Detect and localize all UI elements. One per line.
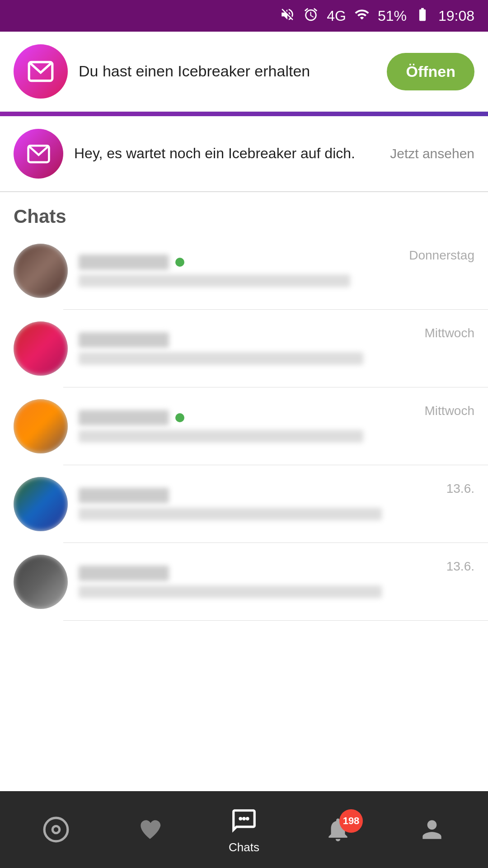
chat-name-row: [79, 255, 398, 270]
notif-icon-envelope-1: [14, 44, 68, 99]
icebreaker-notification-2[interactable]: Hey, es wartet noch ein Icebreaker auf d…: [0, 116, 488, 192]
status-icons: 4G 51% 19:08: [280, 7, 474, 25]
notif-text-1: Du hast einen Icebreaker erhalten: [79, 61, 376, 82]
chat-preview: [79, 430, 363, 443]
chat-list: Donnerstag Mittwoch: [0, 232, 488, 621]
chat-content: [79, 488, 436, 520]
chat-content: [79, 332, 414, 365]
nav-item-discover[interactable]: [40, 814, 72, 845]
avatar: [14, 244, 68, 298]
chat-time: Donnerstag: [409, 244, 474, 263]
mute-icon: [280, 7, 295, 25]
alarm-icon: [303, 7, 319, 25]
chat-time: 13.6.: [446, 477, 474, 496]
chat-username: [79, 488, 169, 503]
profile-icon: [416, 814, 448, 845]
signal-icon: [354, 7, 370, 25]
chat-item[interactable]: 13.6.: [0, 465, 488, 543]
chat-item[interactable]: 13.6.: [0, 543, 488, 621]
notif-icon-envelope-2: [14, 129, 63, 179]
avatar: [14, 399, 68, 453]
svg-point-3: [52, 826, 60, 833]
chat-item[interactable]: Donnerstag: [0, 232, 488, 310]
chats-section: Chats: [0, 192, 488, 227]
chat-preview: [79, 508, 382, 520]
chat-time: 13.6.: [446, 555, 474, 574]
online-indicator: [175, 258, 184, 267]
avatar: [14, 555, 68, 609]
chat-content: [79, 410, 414, 443]
discover-icon: [40, 814, 72, 845]
nav-item-likes[interactable]: [134, 814, 166, 845]
chat-item[interactable]: Mittwoch: [0, 310, 488, 387]
avatar: [14, 477, 68, 531]
svg-point-4: [239, 816, 242, 820]
purple-divider: [0, 112, 488, 116]
nav-item-notifications[interactable]: 198: [322, 814, 354, 845]
chat-preview: [79, 352, 363, 365]
chat-name-row: [79, 566, 436, 581]
chat-preview: [79, 585, 382, 598]
battery-percent: 51%: [378, 8, 407, 24]
notifications-icon: 198: [322, 814, 354, 845]
chat-content: [79, 566, 436, 598]
icebreaker-notification-1[interactable]: Du hast einen Icebreaker erhalten Öffnen: [0, 32, 488, 112]
view-now-label[interactable]: Jetzt ansehen: [390, 146, 474, 161]
chats-nav-label: Chats: [229, 840, 259, 854]
likes-icon: [134, 814, 166, 845]
chat-username: [79, 566, 169, 581]
svg-point-5: [242, 816, 246, 820]
chats-icon: [228, 805, 260, 837]
chat-username: [79, 255, 169, 270]
chat-name-row: [79, 488, 436, 503]
chat-username: [79, 332, 169, 348]
avatar: [14, 321, 68, 376]
chat-content: [79, 255, 398, 287]
online-indicator: [175, 413, 184, 422]
chat-preview: [79, 274, 350, 287]
notif-text-2: Hey, es wartet noch ein Icebreaker auf d…: [74, 144, 379, 163]
bottom-navigation: Chats 198: [0, 791, 488, 868]
chats-title: Chats: [14, 206, 474, 227]
open-button[interactable]: Öffnen: [387, 53, 474, 90]
status-bar: 4G 51% 19:08: [0, 0, 488, 32]
chat-time: Mittwoch: [425, 321, 474, 340]
chat-item[interactable]: Mittwoch: [0, 387, 488, 465]
chat-name-row: [79, 410, 414, 425]
chat-name-row: [79, 332, 414, 348]
battery-icon: [415, 7, 430, 25]
chat-username: [79, 410, 169, 425]
nav-item-chats[interactable]: Chats: [228, 805, 260, 854]
svg-point-2: [44, 818, 68, 841]
nav-item-profile[interactable]: [416, 814, 448, 845]
chat-time: Mittwoch: [425, 399, 474, 418]
network-type: 4G: [327, 8, 346, 24]
notifications-badge: 198: [339, 809, 363, 833]
svg-point-6: [246, 816, 249, 820]
time-display: 19:08: [438, 8, 474, 24]
